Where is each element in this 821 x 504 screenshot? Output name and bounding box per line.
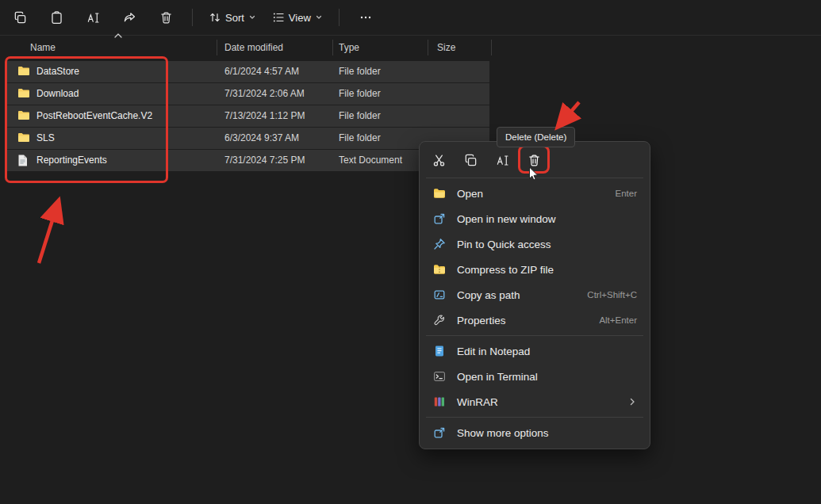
chevron-down-icon: [248, 13, 256, 21]
menu-item-copy-as-path[interactable]: Copy as path Ctrl+Shift+C: [423, 282, 646, 307]
file-row[interactable]: SLS 6/3/2024 9:37 AM File folder: [6, 128, 489, 149]
sort-label: Sort: [225, 12, 244, 24]
column-header-label: Date modified: [224, 42, 283, 53]
view-button[interactable]: View: [264, 4, 331, 31]
menu-item-properties[interactable]: Properties Alt+Enter: [423, 307, 646, 333]
menu-item-label: Compress to ZIP file: [457, 264, 637, 276]
file-type: File folder: [339, 132, 381, 143]
menu-item-open[interactable]: Open Enter: [423, 181, 646, 206]
menu-item-open-in-new-window[interactable]: Open in new window: [423, 206, 646, 231]
rename-icon: [86, 11, 100, 25]
paste-button[interactable]: [38, 4, 75, 31]
menu-item-shortcut: Enter: [616, 189, 638, 198]
paste-icon: [50, 11, 63, 25]
rename-button[interactable]: [75, 4, 111, 31]
menu-item-compress-to-zip[interactable]: Compress to ZIP file: [423, 257, 646, 282]
share-icon: [123, 11, 136, 25]
text-document-icon: [17, 155, 28, 169]
file-list: DataStore 6/1/2024 4:57 AM File folder D…: [6, 61, 489, 172]
wrench-icon: [432, 314, 446, 327]
column-header-date-modified[interactable]: Date modified: [224, 37, 283, 58]
file-date-modified: 7/31/2024 7:25 PM: [224, 155, 305, 166]
menu-item-edit-in-notepad[interactable]: Edit in Notepad: [423, 338, 646, 364]
column-headers: Name Date modified Type Size: [0, 37, 493, 58]
more-options-button[interactable]: [347, 4, 384, 31]
menu-item-winrar[interactable]: WinRAR: [423, 389, 646, 414]
winrar-icon: [432, 395, 446, 409]
file-date-modified: 7/31/2024 2:06 AM: [224, 88, 305, 99]
menu-separator: [426, 417, 643, 418]
copy-button[interactable]: [2, 4, 38, 31]
cut-button[interactable]: [423, 147, 455, 174]
column-separator[interactable]: [491, 40, 492, 55]
column-header-name[interactable]: Name: [30, 37, 56, 58]
show-more-icon: [432, 426, 446, 440]
file-date-modified: 6/1/2024 4:57 AM: [224, 66, 299, 77]
menu-item-open-in-terminal[interactable]: Open in Terminal: [423, 364, 646, 389]
context-menu: Open Enter Open in new window Pin to Qui…: [419, 141, 650, 449]
sort-ascending-icon: [113, 32, 123, 39]
terminal-icon: [432, 370, 446, 384]
tooltip-text: Delete (Delete): [505, 132, 566, 142]
open-new-window-icon: [432, 212, 446, 226]
menu-item-label: WinRAR: [457, 396, 623, 408]
file-row[interactable]: DataStore 6/1/2024 4:57 AM File folder: [6, 61, 489, 82]
folder-icon: [17, 132, 30, 145]
menu-item-label: Pin to Quick access: [457, 239, 637, 250]
rename-icon: [496, 154, 509, 167]
chevron-down-icon: [315, 13, 323, 21]
view-label: View: [289, 12, 311, 24]
cut-icon: [432, 154, 446, 167]
sort-icon: [209, 11, 221, 24]
copy-path-icon: [432, 288, 446, 302]
folder-icon: [17, 88, 30, 101]
file-name: Download: [36, 88, 79, 99]
file-row[interactable]: PostRebootEventCache.V2 7/13/2024 1:12 P…: [6, 105, 489, 127]
trash-icon: [528, 154, 541, 167]
folder-open-icon: [432, 187, 446, 200]
file-row[interactable]: ReportingEvents 7/31/2024 7:25 PM Text D…: [6, 150, 489, 171]
notepad-icon: [432, 345, 446, 358]
column-header-label: Name: [30, 42, 56, 53]
menu-item-label: Show more options: [457, 427, 637, 439]
file-name: ReportingEvents: [36, 155, 107, 166]
folder-icon: [17, 110, 30, 123]
menu-separator: [426, 335, 643, 336]
file-row[interactable]: Download 7/31/2024 2:06 AM File folder: [6, 83, 489, 105]
copy-button[interactable]: [455, 147, 486, 174]
menu-item-show-more-options[interactable]: Show more options: [423, 420, 646, 445]
column-separator[interactable]: [217, 40, 217, 55]
sort-button[interactable]: Sort: [201, 4, 264, 31]
column-separator[interactable]: [428, 40, 428, 55]
annotation-arrow-delete: [559, 102, 579, 125]
menu-separator: [426, 178, 643, 178]
file-type: Text Document: [339, 155, 402, 166]
rename-button[interactable]: [486, 147, 518, 174]
annotation-arrow-files: [39, 203, 58, 263]
column-header-size[interactable]: Size: [437, 37, 455, 58]
menu-item-shortcut: Alt+Enter: [599, 315, 637, 325]
file-type: File folder: [339, 88, 381, 99]
file-name: PostRebootEventCache.V2: [36, 110, 152, 121]
menu-item-label: Open in Terminal: [457, 371, 637, 383]
delete-button[interactable]: [148, 4, 184, 31]
folder-icon: [17, 66, 30, 78]
toolbar-separator: [339, 9, 340, 26]
delete-button[interactable]: [518, 147, 550, 174]
menu-item-label: Open in new window: [457, 213, 637, 225]
view-icon: [272, 11, 285, 24]
column-header-type[interactable]: Type: [339, 37, 359, 58]
copy-icon: [464, 154, 478, 167]
column-separator[interactable]: [332, 40, 333, 55]
share-button[interactable]: [111, 4, 148, 31]
delete-tooltip: Delete (Delete): [497, 127, 575, 147]
menu-item-label: Copy as path: [457, 289, 587, 301]
file-type: File folder: [339, 66, 381, 77]
ellipsis-icon: [359, 11, 372, 24]
menu-item-pin-to-quick-access[interactable]: Pin to Quick access: [423, 231, 646, 257]
file-date-modified: 6/3/2024 9:37 AM: [224, 132, 299, 143]
trash-icon: [159, 11, 173, 25]
file-date-modified: 7/13/2024 1:12 PM: [224, 110, 305, 121]
context-menu-icon-bar: [423, 145, 646, 175]
zip-folder-icon: [432, 263, 446, 277]
